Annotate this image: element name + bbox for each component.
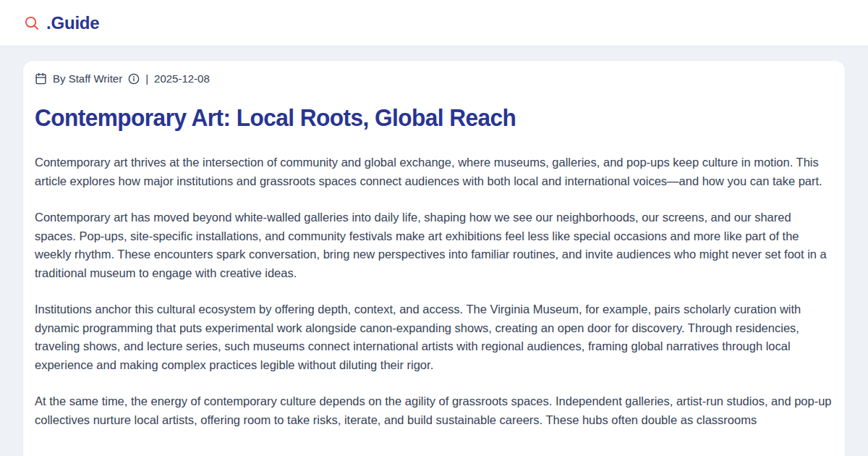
article-meta: By Staff Writer | 2025-12-08 <box>35 72 833 85</box>
page-main: By Staff Writer | 2025-12-08 Contemporar… <box>0 46 868 456</box>
author-byline: By Staff Writer <box>53 72 122 85</box>
info-icon <box>128 73 140 85</box>
article-body: Contemporary art thrives at the intersec… <box>35 153 833 429</box>
article-paragraph: Contemporary art thrives at the intersec… <box>35 153 833 190</box>
article-paragraph: Contemporary art has moved beyond white-… <box>35 208 833 282</box>
logo-text[interactable]: .Guide <box>46 13 99 33</box>
article-paragraph: Institutions anchor this cultural ecosys… <box>35 300 833 374</box>
article-paragraph: At the same time, the energy of contempo… <box>35 392 833 429</box>
site-header: .Guide <box>0 0 868 46</box>
calendar-icon <box>35 72 47 85</box>
search-icon[interactable] <box>23 14 40 31</box>
page-title: Contemporary Art: Local Roots, Global Re… <box>35 104 778 132</box>
article-card: By Staff Writer | 2025-12-08 Contemporar… <box>23 61 845 456</box>
publish-date: 2025-12-08 <box>154 72 210 85</box>
logo[interactable]: .Guide <box>23 13 99 33</box>
meta-separator: | <box>145 72 148 85</box>
